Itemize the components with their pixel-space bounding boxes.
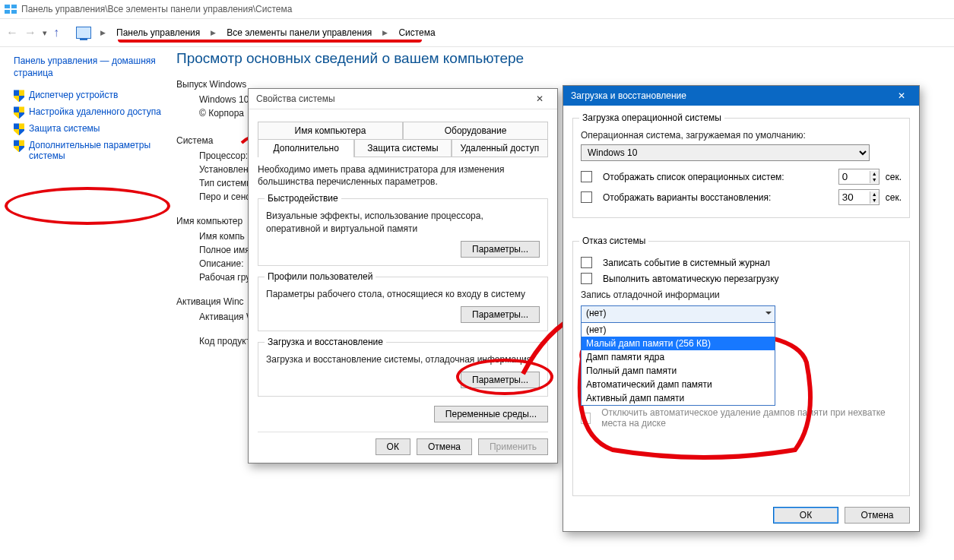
recovery-checkbox[interactable] [581, 191, 592, 203]
breadcrumb-root[interactable]: Панель управления [116, 27, 200, 38]
annotation-circle-sidebar [5, 187, 170, 225]
tab-system-protection[interactable]: Защита системы [354, 139, 451, 157]
history-dropdown-icon[interactable]: ▾ [43, 28, 47, 38]
group-system-failure: Отказ системы Записать событие в системн… [572, 241, 910, 496]
startup-settings-button[interactable]: Параметры... [461, 372, 540, 388]
disable-autodelete-checkbox[interactable] [581, 413, 591, 424]
oslist-seconds-value[interactable] [839, 169, 870, 184]
write-event-checkbox[interactable] [581, 257, 592, 268]
sidebar-item-advanced-system-settings[interactable]: Дополнительные параметры системы [14, 140, 181, 161]
window-title: Панель управления\Все элементы панели уп… [21, 4, 292, 14]
tab-strip: Имя компьютера Оборудование Дополнительн… [258, 122, 548, 157]
tab-hardware[interactable]: Оборудование [403, 122, 548, 139]
dump-type-list: (нет)Малый дамп памяти (256 КВ)Дамп памя… [581, 322, 775, 406]
chevron-right-icon[interactable]: ▶ [382, 29, 388, 36]
startup-text: Загрузка и восстановление системы, отлад… [266, 353, 540, 365]
startup-recovery-dialog: Загрузка и восстановление ✕ Загрузка опе… [563, 85, 920, 532]
spin-down-icon[interactable]: ▼ [870, 177, 879, 183]
page-heading: Просмотр основных сведений о вашем компь… [176, 50, 946, 67]
default-os-select[interactable]: Windows 10 [581, 144, 870, 161]
environment-variables-button[interactable]: Переменные среды... [434, 406, 548, 422]
sidebar-home-link[interactable]: Панель управления — домашняя страница [14, 55, 181, 79]
sidebar-item-label: Дополнительные параметры системы [29, 140, 181, 161]
shield-icon [14, 106, 24, 119]
control-panel-sidebar: Панель управления — домашняя страница Ди… [0, 49, 185, 172]
breadcrumb-all-items[interactable]: Все элементы панели управления [227, 27, 372, 38]
group-title: Быстродействие [265, 193, 341, 204]
oslist-label: Отображать список операционных систем: [603, 172, 832, 182]
recovery-label: Отображать варианты восстановления: [603, 192, 832, 203]
apply-button[interactable]: Применить [478, 438, 548, 455]
back-arrow-icon[interactable]: ← [6, 26, 18, 40]
sidebar-item-label: Защита системы [29, 123, 100, 134]
close-icon[interactable]: ✕ [525, 90, 554, 107]
auto-restart-label: Выполнить автоматическую перезагрузку [603, 274, 779, 284]
breadcrumb-system[interactable]: Система [398, 27, 435, 38]
dump-type-combobox[interactable]: (нет) (нет)Малый дамп памяти (256 КВ)Дам… [581, 305, 775, 324]
admin-hint: Необходимо иметь права администратора дл… [258, 163, 548, 188]
dump-type-option[interactable]: (нет) [582, 323, 775, 337]
dump-type-option[interactable]: Полный дамп памяти [582, 364, 775, 378]
spin-up-icon[interactable]: ▲ [870, 191, 879, 198]
shield-icon [14, 123, 24, 135]
dialog-title: Загрузка и восстановление [571, 90, 686, 101]
sidebar-item-system-protection[interactable]: Защита системы [14, 123, 181, 135]
oslist-seconds-spinner[interactable]: ▲▼ [838, 169, 880, 185]
profiles-settings-button[interactable]: Параметры... [461, 306, 540, 323]
spin-up-icon[interactable]: ▲ [870, 171, 879, 177]
dump-type-option[interactable]: Дамп памяти ядра [582, 350, 775, 364]
oslist-checkbox[interactable] [581, 171, 592, 182]
window-titlebar: Панель управления\Все элементы панели уп… [0, 0, 954, 19]
recovery-seconds-value[interactable] [839, 190, 870, 204]
group-title: Отказ системы [579, 236, 648, 246]
chevron-right-icon[interactable]: ▶ [211, 29, 216, 36]
dialog-titlebar[interactable]: Загрузка и восстановление ✕ [563, 86, 919, 106]
dump-label: Запись отладочной информации [581, 289, 902, 301]
group-performance: Быстродействие Визуальные эффекты, испол… [258, 198, 548, 265]
ok-button[interactable]: ОК [376, 438, 410, 455]
write-event-label: Записать событие в системный журнал [603, 258, 770, 268]
sidebar-item-label: Настройка удаленного доступа [29, 106, 161, 117]
chevron-right-icon[interactable]: ▶ [100, 29, 106, 36]
ok-button[interactable]: ОК [773, 507, 838, 524]
shield-icon [14, 140, 24, 152]
tab-advanced[interactable]: Дополнительно [258, 139, 354, 157]
sidebar-item-label: Диспетчер устройств [29, 90, 118, 100]
spin-down-icon[interactable]: ▼ [870, 198, 879, 204]
shield-icon [14, 90, 24, 102]
dialog-titlebar[interactable]: Свойства системы ✕ [249, 89, 557, 109]
tab-computer-name[interactable]: Имя компьютера [258, 122, 403, 139]
close-icon[interactable]: ✕ [887, 87, 916, 104]
cancel-button[interactable]: Отмена [845, 507, 910, 524]
sidebar-item-device-manager[interactable]: Диспетчер устройств [14, 90, 181, 102]
seconds-label: сек. [886, 192, 902, 203]
dump-type-option[interactable]: Активный дамп памяти [582, 391, 775, 405]
group-startup-recovery: Загрузка и восстановление Загрузка и вос… [258, 342, 548, 397]
seconds-label: сек. [886, 172, 902, 182]
dump-type-option[interactable]: Автоматический дамп памяти [582, 378, 775, 391]
tab-remote[interactable]: Удаленный доступ [452, 139, 548, 157]
group-title: Профили пользователей [265, 271, 376, 282]
sidebar-item-remote-settings[interactable]: Настройка удаленного доступа [14, 106, 181, 119]
profiles-text: Параметры рабочего стола, относящиеся ко… [266, 288, 540, 300]
recovery-seconds-spinner[interactable]: ▲▼ [838, 189, 880, 205]
group-title: Загрузка и восстановление [265, 337, 386, 347]
group-user-profiles: Профили пользователей Параметры рабочего… [258, 277, 548, 331]
default-os-label: Операционная система, загружаемая по умо… [581, 129, 902, 141]
system-properties-dialog: Свойства системы ✕ Имя компьютера Оборуд… [248, 88, 558, 464]
performance-text: Визуальные эффекты, использование процес… [266, 210, 540, 234]
up-arrow-icon[interactable]: ↑ [53, 26, 59, 40]
app-icon [5, 5, 17, 14]
forward-arrow-icon: → [24, 26, 36, 40]
cancel-button[interactable]: Отмена [417, 438, 472, 455]
dump-type-selected[interactable]: (нет) [581, 305, 775, 324]
group-system-startup: Загрузка операционной системы Операционн… [572, 118, 910, 218]
group-title: Загрузка операционной системы [579, 112, 724, 123]
monitor-icon [76, 27, 91, 39]
performance-settings-button[interactable]: Параметры... [461, 241, 540, 258]
dump-type-option[interactable]: Малый дамп памяти (256 КВ) [582, 337, 775, 350]
auto-restart-checkbox[interactable] [581, 273, 592, 284]
disable-autodelete-label: Отключить автоматическое удаление дампов… [601, 407, 902, 429]
dialog-title: Свойства системы [256, 93, 335, 104]
